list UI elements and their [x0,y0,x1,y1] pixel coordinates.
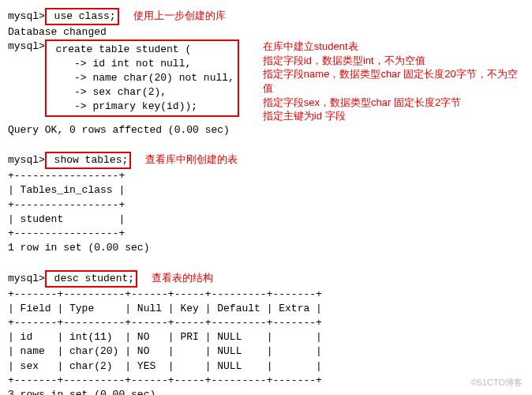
terminal-output: mysql> use class;使用上一步创建的库 Database chan… [8,8,524,395]
create-line-3: -> name char(20) not null, [50,72,234,84]
desc-row-sex: | sex | char(2) | YES | | NULL | | [8,359,524,374]
desc-annotation: 查看表的结构 [152,272,213,284]
desc-row-name: | name | char(20) | NO | | NULL | | [8,344,524,359]
desc-sep-1: +-------+----------+------+-----+-------… [8,288,524,302]
create-ann-1: 在库中建立student表 [263,40,524,54]
tables-sep-2: +-----------------+ [8,198,524,213]
desc-student-box: desc student; [45,270,137,288]
tables-sep-3: +-----------------+ [8,227,524,241]
create-ann-4: 指定字段sex，数据类型char 固定长度2字节 [263,96,524,110]
mysql-prompt: mysql> [8,10,45,22]
tables-row-student: | student | [8,213,524,227]
use-class-line: mysql> use class;使用上一步创建的库 [8,8,524,25]
create-line-4: -> sex char(2), [50,86,167,98]
create-line-1: create table student ( [50,43,191,55]
desc-header: | Field | Type | Null | Key | Default | … [8,302,524,316]
desc-sep-2: +-------+----------+------+-----+-------… [8,316,524,330]
tables-sep-1: +-----------------+ [8,169,524,183]
database-changed-line: Database changed [8,25,524,40]
one-row-result: 1 row in set (0.00 sec) [8,241,524,255]
show-tables-box: show tables; [45,152,131,169]
desc-sep-3: +-------+----------+------+-----+-------… [8,374,524,388]
create-ann-3: 指定字段name，数据类型char 固定长度20字节，不为空值 [263,67,524,95]
create-ann-5: 指定主键为id 字段 [263,109,524,123]
create-line-2: -> id int not null, [50,58,191,70]
desc-student-line: mysql> desc student;查看表的结构 [8,270,524,288]
create-table-block: mysql> create table student ( -> id int … [8,40,524,122]
use-annotation: 使用上一步创建的库 [133,9,226,21]
create-table-box: create table student ( -> id int not nul… [45,40,239,116]
show-tables-line: mysql> show tables;查看库中刚创建的表 [8,152,524,169]
use-class-box: use class; [45,8,119,25]
show-tables-annotation: 查看库中刚创建的表 [145,153,238,165]
create-ann-2: 指定字段id，数据类型int，不为空值 [263,54,524,68]
tables-header: | Tables_in_class | [8,183,524,198]
desc-row-id: | id | int(11) | NO | PRI | NULL | | [8,330,524,344]
three-rows-result: 3 rows in set (0.00 sec) [8,388,524,395]
query-ok-line: Query OK, 0 rows affected (0.00 sec) [8,123,524,137]
create-line-5: -> primary key(id)); [50,100,197,112]
create-annotations: 在库中建立student表 指定字段id，数据类型int，不为空值 指定字段na… [263,40,524,122]
watermark: ©51CTO博客 [471,377,523,389]
